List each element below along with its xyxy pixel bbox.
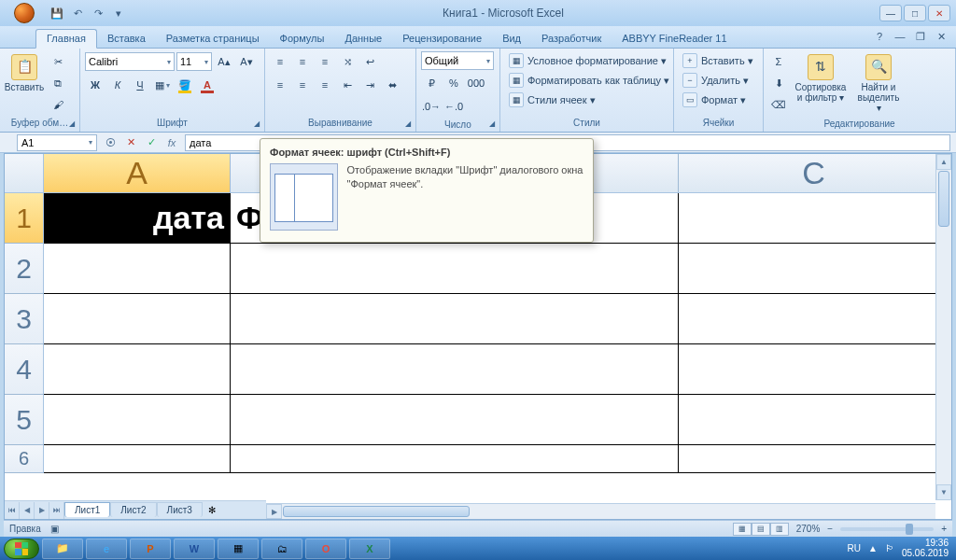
taskbar-clock[interactable]: 19:36 05.06.2019 — [902, 539, 952, 558]
col-header-a[interactable]: A — [44, 154, 231, 192]
sheet-nav-last-icon[interactable]: ⏭ — [49, 502, 64, 519]
format-as-table-button[interactable]: ▦Форматировать как таблицу ▾ — [505, 71, 673, 90]
shrink-font-icon[interactable]: A▾ — [236, 51, 257, 72]
clipboard-launcher-icon[interactable]: ◢ — [66, 119, 77, 131]
sheet-nav-next-icon[interactable]: ▶ — [35, 502, 49, 519]
scroll-thumb-v[interactable] — [938, 171, 949, 227]
clear-icon[interactable]: ⌫ — [768, 94, 789, 115]
cell-a3[interactable] — [44, 294, 231, 344]
tab-view[interactable]: Вид — [492, 30, 531, 48]
decrease-decimal-icon[interactable]: ←.0 — [443, 96, 464, 117]
taskbar-excel-icon[interactable]: X — [349, 539, 390, 559]
font-size-select[interactable]: 11▾ — [176, 52, 212, 71]
enter-formula-icon[interactable]: ✓ — [144, 135, 159, 150]
cell-c3[interactable] — [679, 294, 949, 344]
align-top-icon[interactable]: ≡ — [270, 51, 290, 72]
row-header-5[interactable]: 5 — [5, 395, 44, 445]
sheet-tab-2[interactable]: Лист2 — [110, 502, 156, 517]
zoom-in-icon[interactable]: + — [941, 524, 947, 534]
format-cells-button[interactable]: ▭Формат ▾ — [679, 91, 757, 109]
redo-icon[interactable]: ↷ — [90, 5, 106, 21]
row-header-1[interactable]: 1 — [5, 193, 44, 244]
sheet-tab-3[interactable]: Лист3 — [157, 502, 203, 517]
grow-font-icon[interactable]: A▴ — [214, 51, 234, 72]
sort-filter-button[interactable]: ⇅ Сортировка и фильтр ▾ — [793, 51, 849, 105]
sheet-nav-prev-icon[interactable]: ◀ — [20, 502, 35, 519]
horizontal-scrollbar[interactable]: ◀ ▶ — [266, 503, 935, 519]
font-launcher-icon[interactable]: ◢ — [251, 119, 262, 131]
delete-cells-button[interactable]: −Удалить ▾ — [679, 71, 757, 90]
help-icon[interactable]: ? — [872, 29, 887, 44]
office-button[interactable] — [4, 1, 45, 25]
tab-insert[interactable]: Вставка — [97, 30, 156, 48]
row-header-2[interactable]: 2 — [5, 244, 44, 294]
tab-formulas[interactable]: Формулы — [270, 30, 335, 48]
cell-a5[interactable] — [44, 395, 231, 445]
cell-b4[interactable] — [231, 344, 679, 395]
cell-a2[interactable] — [44, 244, 231, 294]
cell-b3[interactable] — [231, 294, 679, 344]
undo-icon[interactable]: ↶ — [69, 5, 86, 21]
close-button[interactable]: ✕ — [928, 5, 950, 21]
select-all-corner[interactable] — [5, 154, 44, 192]
save-icon[interactable]: 💾 — [49, 5, 65, 21]
tab-abbyy[interactable]: ABBYY FineReader 11 — [612, 30, 737, 48]
cell-c2[interactable] — [679, 244, 949, 294]
minimize-button[interactable]: — — [879, 5, 902, 21]
taskbar-word-icon[interactable]: W — [174, 539, 215, 559]
row-header-6[interactable]: 6 — [5, 445, 44, 473]
fill-color-icon[interactable]: 🪣 — [175, 75, 195, 95]
scroll-thumb-h[interactable] — [283, 506, 470, 517]
bold-button[interactable]: Ж — [85, 75, 105, 95]
merge-center-icon[interactable]: ⬌ — [382, 75, 402, 95]
number-format-select[interactable]: Общий▾ — [421, 51, 494, 70]
tray-icon[interactable]: ▲ — [868, 543, 878, 553]
workbook-restore-icon[interactable]: ❐ — [913, 29, 928, 44]
scroll-up-icon[interactable]: ▲ — [936, 154, 951, 170]
underline-button[interactable]: Ч — [130, 75, 150, 95]
ribbon-minimize-icon[interactable]: — — [893, 29, 907, 44]
zoom-out-icon[interactable]: − — [827, 524, 833, 534]
scroll-down-icon[interactable]: ▼ — [936, 484, 951, 500]
name-box[interactable]: A1▾ — [17, 134, 97, 151]
font-name-select[interactable]: Calibri▾ — [85, 52, 175, 71]
align-bottom-icon[interactable]: ≡ — [315, 51, 335, 72]
wrap-text-icon[interactable]: ↩ — [359, 51, 380, 72]
format-painter-icon[interactable]: 🖌 — [48, 94, 68, 115]
tab-review[interactable]: Рецензирование — [392, 30, 492, 48]
percent-format-icon[interactable]: % — [443, 73, 464, 93]
taskbar-ie-icon[interactable]: e — [86, 539, 127, 559]
tab-developer[interactable]: Разработчик — [531, 30, 612, 48]
zoom-slider[interactable] — [840, 527, 934, 531]
vertical-scrollbar[interactable]: ▲ ▼ — [935, 154, 951, 500]
align-center-icon[interactable]: ≡ — [292, 75, 313, 95]
number-launcher-icon[interactable]: ◢ — [486, 119, 498, 131]
expand-formula-icon[interactable]: ⦿ — [103, 135, 118, 150]
tab-home[interactable]: Главная — [35, 29, 97, 49]
taskbar-folder-icon[interactable]: 🗂 — [261, 539, 302, 559]
cell-c5[interactable] — [679, 395, 949, 445]
increase-decimal-icon[interactable]: .0→ — [421, 96, 442, 117]
cut-icon[interactable]: ✂ — [48, 51, 68, 72]
cell-c4[interactable] — [679, 344, 949, 395]
cell-a6[interactable] — [44, 445, 231, 473]
taskbar-powerpoint-icon[interactable]: P — [130, 539, 171, 559]
align-right-icon[interactable]: ≡ — [315, 75, 335, 95]
taskbar-opera-icon[interactable]: O — [305, 539, 346, 559]
start-button[interactable] — [4, 539, 39, 559]
cell-c1[interactable] — [679, 193, 949, 244]
cell-c6[interactable] — [679, 445, 949, 473]
qat-customize-icon[interactable]: ▾ — [110, 5, 127, 21]
align-middle-icon[interactable]: ≡ — [292, 51, 313, 72]
comma-format-icon[interactable]: 000 — [466, 73, 486, 93]
row-header-4[interactable]: 4 — [5, 344, 44, 395]
scroll-right-icon[interactable]: ▶ — [266, 504, 282, 519]
cell-b2[interactable] — [231, 244, 679, 294]
cell-a4[interactable] — [44, 344, 231, 395]
sheet-tab-1[interactable]: Лист1 — [64, 502, 110, 517]
fill-icon[interactable]: ⬇ — [768, 73, 789, 93]
sheet-nav-first-icon[interactable]: ⏮ — [5, 502, 20, 519]
language-indicator[interactable]: RU — [848, 543, 861, 553]
view-pagebreak-icon[interactable]: ▥ — [770, 523, 789, 536]
increase-indent-icon[interactable]: ⇥ — [359, 75, 380, 95]
